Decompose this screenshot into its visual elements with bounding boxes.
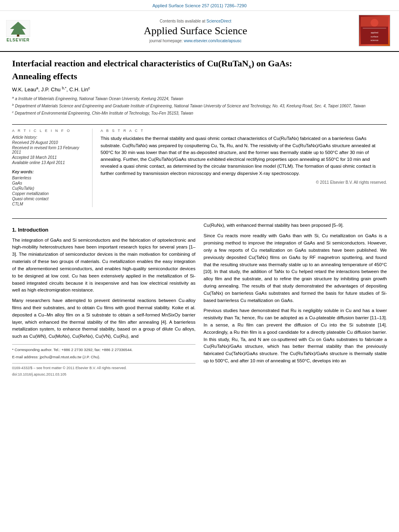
keywords-section: Key words: Barrierless GaAs Cu(RuTaNx) C… [12, 170, 86, 206]
elsevier-tree-icon [6, 20, 30, 37]
keyword-2: GaAs [12, 181, 86, 185]
revised-date: Received in revised form 13 February 201… [12, 146, 86, 154]
right-paragraph-1: Cu(RuNx), with enhanced thermal stabilit… [204, 222, 387, 229]
keyword-5: Quasi ohmic contact [12, 197, 86, 201]
affiliation-b: b Department of Materials Science and En… [12, 103, 387, 109]
issn-section: 0169-4332/$ – see front matter © 2011 El… [12, 363, 195, 378]
keywords-list: Barrierless GaAs Cu(RuTaNx) Copper metal… [12, 176, 86, 206]
homepage-url-link[interactable]: www.elsevier.com/locate/apsusc [184, 39, 241, 43]
affiliation-a: a a Institute of Materials Engineering, … [12, 95, 387, 102]
available-online-date: Available online 13 April 2011 [12, 160, 86, 165]
cover-art-icon: applied surface science [360, 17, 389, 44]
contents-label: Contents lists available at [160, 19, 205, 23]
section1-title: 1. Introduction [12, 226, 195, 234]
article-title-section: Interfacial reaction and electrical char… [12, 58, 387, 120]
elsevier-brand-text: ELSEVIER [6, 38, 29, 42]
svg-text:science: science [370, 39, 378, 41]
doi-text: doi:10.1016/j.apsusc.2011.03.105 [12, 372, 195, 378]
article-info-column: A R T I C L E I N F O Article history: R… [12, 129, 93, 207]
svg-text:surface: surface [370, 35, 378, 38]
sciencedirect-link[interactable]: ScienceDirect [206, 19, 231, 23]
article-history: Article history: Received 29 August 2010… [12, 135, 86, 165]
article-info-abstract-section: A R T I C L E I N F O Article history: R… [12, 129, 387, 207]
homepage-label: journal homepage: [149, 39, 183, 43]
journal-reference-bar: Applied Surface Science 257 (2011) 7286–… [0, 0, 399, 11]
article-content: Interfacial reaction and electrical char… [0, 52, 399, 215]
body-two-column: 1. Introduction The integration of GaAs … [12, 222, 387, 378]
journal-reference-link[interactable]: Applied Surface Science 257 (2011) 7286–… [152, 3, 247, 8]
svg-rect-2 [17, 35, 19, 37]
sciencedirect-line: Contents lists available at ScienceDirec… [40, 19, 351, 23]
abstract-text: This study elucidates the thermal stabil… [101, 135, 387, 177]
copyright-text: © 2011 Elsevier B.V. All rights reserved… [101, 180, 387, 185]
authors-line: W.K. Leaua, J.P. Chu b,*, C.H. Linc [12, 86, 387, 92]
journal-title-header: Applied Surface Science [40, 25, 351, 37]
svg-point-5 [370, 19, 378, 27]
main-body: 1. Introduction The integration of GaAs … [0, 222, 399, 386]
journal-header-left: ELSEVIER [4, 20, 32, 42]
footnote-2: E-mail address: jpchu@mail.ntust.edu.tw … [12, 354, 195, 360]
footnote-1: * Corresponding author. Tel.: +886 2 273… [12, 347, 195, 353]
journal-cover-thumbnail: applied surface science [359, 15, 390, 46]
article-title: Interfacial reaction and electrical char… [12, 58, 387, 82]
article-info-header: A R T I C L E I N F O [12, 129, 86, 133]
keywords-label: Key words: [12, 170, 86, 174]
svg-rect-6 [363, 28, 386, 29]
footnote-section: * Corresponding author. Tel.: +886 2 273… [12, 344, 195, 360]
journal-cover-image: applied surface science [359, 15, 391, 47]
accepted-date: Accepted 18 March 2011 [12, 155, 86, 160]
affiliation-c: c Department of Environmental Engineerin… [12, 110, 387, 116]
issn-text: 0169-4332/$ – see front matter © 2011 El… [12, 366, 195, 371]
svg-text:applied: applied [371, 31, 378, 34]
section-divider [12, 124, 387, 125]
body-divider [12, 218, 387, 219]
keyword-6: CTLM [12, 202, 86, 206]
keyword-4: Copper metallization [12, 191, 86, 196]
intro-paragraph-2: Many researchers have attempted to preve… [12, 297, 195, 340]
page-wrapper: Applied Surface Science 257 (2011) 7286–… [0, 0, 399, 532]
received-date: Received 29 August 2010 [12, 140, 86, 145]
abstract-header: A B S T R A C T [101, 129, 387, 133]
intro-paragraph-1: The integration of GaAs and Si semicondu… [12, 237, 195, 294]
history-label: Article history: [12, 135, 86, 140]
body-left-column: 1. Introduction The integration of GaAs … [12, 222, 195, 378]
journal-homepage-line: journal homepage: www.elsevier.com/locat… [40, 39, 351, 43]
body-right-column: Cu(RuNx), with enhanced thermal stabilit… [204, 222, 387, 378]
abstract-column: A B S T R A C T This study elucidates th… [101, 129, 387, 207]
right-paragraph-3: Previous studies have demonstrated that … [204, 307, 387, 365]
journal-header-center: Contents lists available at ScienceDirec… [32, 19, 359, 43]
right-paragraph-2: Since Cu reacts more readily with GaAs t… [204, 232, 387, 304]
affiliations: a a Institute of Materials Engineering, … [12, 95, 387, 117]
elsevier-logo: ELSEVIER [4, 20, 32, 42]
journal-header: ELSEVIER Contents lists available at Sci… [0, 11, 399, 52]
keyword-3: Cu(RuTaNx) [12, 186, 86, 191]
keyword-1: Barrierless [12, 176, 86, 180]
